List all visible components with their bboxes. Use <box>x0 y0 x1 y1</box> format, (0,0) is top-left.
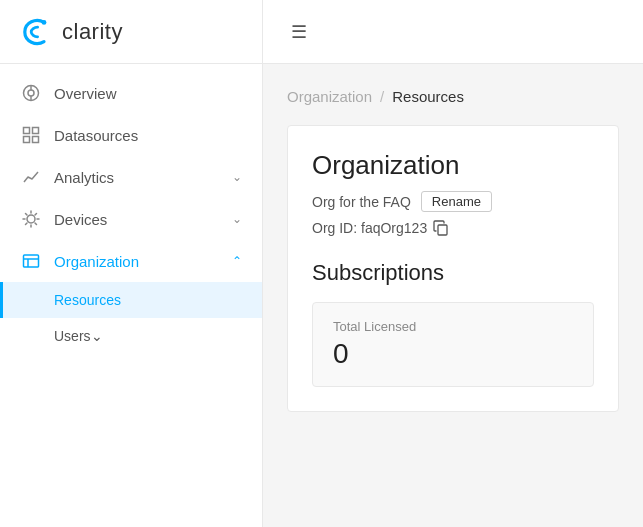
users-label: Users <box>54 328 91 344</box>
overview-icon <box>20 82 42 104</box>
resources-label: Resources <box>54 292 121 308</box>
copy-icon[interactable] <box>433 220 449 236</box>
sidebar-item-analytics[interactable]: Analytics ⌄ <box>0 156 262 198</box>
rename-button[interactable]: Rename <box>421 191 492 212</box>
sidebar-item-organization[interactable]: Organization ⌃ <box>0 240 262 282</box>
svg-point-9 <box>27 215 35 223</box>
org-id-row: Org ID: faqOrg123 <box>312 220 594 236</box>
organization-icon <box>20 250 42 272</box>
svg-rect-8 <box>33 137 39 143</box>
sidebar-item-users[interactable]: Users ⌄ <box>0 318 262 354</box>
devices-icon <box>20 208 42 230</box>
svg-rect-10 <box>24 255 39 267</box>
main-content: ☰ Organization / Resources Organization … <box>263 0 643 527</box>
subscription-card: Total Licensed 0 <box>312 302 594 387</box>
organization-card: Organization Org for the FAQ Rename Org … <box>287 125 619 412</box>
sidebar-item-resources[interactable]: Resources <box>0 282 262 318</box>
organization-chevron-up-icon: ⌃ <box>232 254 242 268</box>
clarity-logo-icon <box>20 16 56 48</box>
breadcrumb-separator: / <box>380 88 384 105</box>
devices-label: Devices <box>54 211 232 228</box>
subscriptions-title: Subscriptions <box>312 260 594 286</box>
svg-rect-7 <box>24 137 30 143</box>
devices-chevron-down-icon: ⌄ <box>232 212 242 226</box>
svg-point-2 <box>28 90 34 96</box>
breadcrumb-current: Resources <box>392 88 464 105</box>
svg-rect-6 <box>33 128 39 134</box>
topbar: ☰ <box>263 0 643 64</box>
org-name: Org for the FAQ <box>312 194 411 210</box>
analytics-icon <box>20 166 42 188</box>
datasources-icon <box>20 124 42 146</box>
analytics-label: Analytics <box>54 169 232 186</box>
org-name-row: Org for the FAQ Rename <box>312 191 594 212</box>
sidebar-item-datasources[interactable]: Datasources <box>0 114 262 156</box>
logo-area: clarity <box>0 0 262 64</box>
total-licensed-label: Total Licensed <box>333 319 573 334</box>
content-area: Organization / Resources Organization Or… <box>263 64 643 527</box>
datasources-label: Datasources <box>54 127 242 144</box>
hamburger-icon[interactable]: ☰ <box>287 17 311 47</box>
svg-rect-13 <box>438 225 447 235</box>
analytics-chevron-down-icon: ⌄ <box>232 170 242 184</box>
svg-rect-5 <box>24 128 30 134</box>
overview-label: Overview <box>54 85 242 102</box>
logo-text: clarity <box>62 19 123 45</box>
sidebar-item-overview[interactable]: Overview <box>0 72 262 114</box>
svg-point-0 <box>42 20 47 25</box>
sidebar-item-devices[interactable]: Devices ⌄ <box>0 198 262 240</box>
organization-title: Organization <box>312 150 594 181</box>
breadcrumb-parent: Organization <box>287 88 372 105</box>
users-chevron-down-icon: ⌄ <box>91 328 103 344</box>
sidebar: clarity Overview <box>0 0 263 527</box>
organization-label: Organization <box>54 253 232 270</box>
sidebar-navigation: Overview Datasources Analytics <box>0 64 262 527</box>
org-id-text: Org ID: faqOrg123 <box>312 220 427 236</box>
breadcrumb: Organization / Resources <box>287 88 619 105</box>
total-licensed-value: 0 <box>333 338 573 370</box>
